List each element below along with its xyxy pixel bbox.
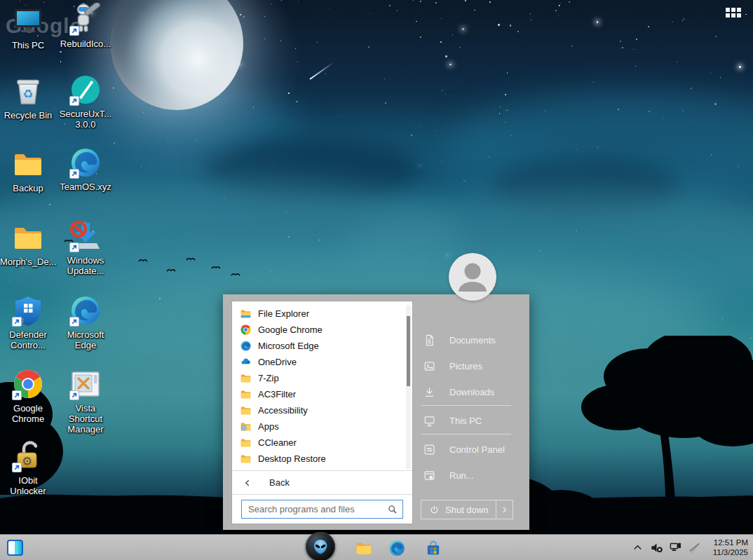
back-button[interactable]: Back	[232, 471, 412, 494]
file-explorer-icon	[240, 308, 252, 320]
store-bag-icon	[424, 539, 442, 557]
shortcut-arrow-icon	[69, 96, 79, 106]
desktop-icon-morphs-desktop[interactable]: Morph's_De...	[0, 221, 56, 267]
apps-folder-icon	[240, 421, 252, 432]
network-icon[interactable]	[669, 541, 682, 554]
desktop-icon-label: Recycle Bin	[0, 110, 56, 121]
person-icon	[449, 253, 496, 301]
taskbar-file-explorer[interactable]	[355, 539, 373, 557]
onedrive-icon	[240, 356, 252, 368]
folder-icon	[240, 404, 252, 416]
search-box	[241, 500, 403, 519]
desktop-icon-label: RebuildIco...	[57, 39, 114, 49]
menu-item-control-panel[interactable]: Control Panel	[414, 440, 526, 458]
shortcut-arrow-icon	[69, 390, 79, 400]
clock[interactable]: 12:51 PM 11/3/2025	[713, 538, 748, 557]
divider	[421, 434, 511, 435]
menu-item-file-explorer[interactable]: File Explorer	[232, 306, 412, 322]
menu-item-run[interactable]: Run...	[414, 466, 526, 484]
menu-item-ccleaner[interactable]: CCleaner	[232, 435, 412, 451]
scrollbar-thumb[interactable]	[407, 316, 410, 386]
menu-item-microsoft-edge[interactable]: Microsoft Edge	[232, 338, 412, 354]
desktop: Google	[0, 0, 753, 560]
shortcut-arrow-icon	[69, 243, 79, 252]
desktop-icon-microsoft-edge[interactable]: MicrosoftEdge	[57, 294, 114, 350]
shutdown-options-arrow[interactable]	[496, 500, 513, 519]
menu-item-google-chrome[interactable]: Google Chrome	[232, 322, 412, 338]
menu-item-ac3filter[interactable]: AC3Filter	[232, 386, 412, 402]
shortcut-arrow-icon	[12, 390, 22, 400]
desktop-icon-label: Morph's_De...	[0, 257, 56, 267]
shortcut-arrow-icon	[69, 317, 79, 327]
start-orb-button[interactable]	[306, 532, 335, 560]
desktop-icon-label: This PC	[0, 40, 56, 50]
shortcut-arrow-icon	[69, 26, 79, 36]
this-pc-icon	[11, 4, 45, 38]
folder-icon	[240, 437, 252, 449]
search-icon[interactable]	[387, 504, 398, 515]
desktop-icon-secureux[interactable]: SecureUxT...3.0.0	[57, 73, 114, 130]
alien-icon	[312, 538, 329, 555]
desktop-icon-label: MicrosoftEdge	[57, 329, 114, 350]
shortcut-arrow-icon	[12, 463, 22, 472]
desktop-icon-vista-shortcut-manager[interactable]: Vista ShortcutManager	[57, 367, 114, 435]
user-avatar[interactable]	[449, 253, 496, 301]
shortcut-arrow-icon	[12, 317, 22, 327]
desktop-icon-teamos[interactable]: TeamOS.xyz	[57, 146, 114, 192]
desktop-icon-label: Vista ShortcutManager	[57, 403, 114, 435]
desktop-icon-label: DefenderContro...	[0, 329, 56, 350]
volume-muted-icon[interactable]	[650, 541, 663, 554]
search-row	[232, 495, 412, 524]
desktop-icon-this-pc[interactable]: This PC	[0, 4, 56, 50]
shortcut-arrow-icon	[69, 169, 79, 179]
menu-item-this-pc[interactable]: This PC	[414, 411, 526, 430]
desktop-icon-iobit-unlocker[interactable]: IObitUnlocker	[0, 439, 56, 496]
folder-icon	[240, 388, 252, 400]
folder-icon	[11, 147, 45, 181]
desktop-icon-windows-update[interactable]: WindowsUpdate...	[57, 219, 114, 276]
apps-grid-icon[interactable]	[726, 8, 741, 18]
desktop-icon-label: TeamOS.xyz	[57, 182, 114, 192]
desktop-icon-label: GoogleChrome	[0, 403, 56, 424]
folder-icon	[355, 539, 373, 557]
divider	[421, 405, 511, 406]
edge-icon	[388, 539, 406, 557]
desktop-icon-label: WindowsUpdate...	[57, 255, 114, 276]
desktop-icon-backup[interactable]: Backup	[0, 147, 56, 193]
scrollbar[interactable]	[406, 305, 411, 469]
start-menu-program-panel: File Explorer Google Chrome Microsoft Ed…	[231, 301, 413, 524]
taskbar-microsoft-store[interactable]	[424, 539, 442, 557]
menu-item-accessibility[interactable]: Accessibility	[232, 402, 412, 418]
chrome-icon	[240, 324, 252, 336]
menu-item-pictures[interactable]: Pictures	[414, 357, 526, 375]
taskbar: 12:51 PM 11/3/2025	[0, 534, 753, 560]
power-icon	[429, 505, 440, 515]
menu-item-apps[interactable]: Apps	[232, 418, 412, 435]
clock-time: 12:51 PM	[713, 538, 748, 547]
taskbar-microsoft-edge[interactable]	[388, 539, 406, 557]
menu-item-downloads[interactable]: Downloads	[414, 383, 526, 401]
start-menu: File Explorer Google Chrome Microsoft Ed…	[223, 294, 529, 530]
control-panel-icon	[423, 443, 436, 456]
search-input[interactable]	[242, 500, 402, 518]
program-list: File Explorer Google Chrome Microsoft Ed…	[232, 301, 412, 470]
menu-item-documents[interactable]: Documents	[414, 331, 526, 349]
recycle-bin-icon	[11, 74, 45, 108]
taskbar-window-button[interactable]	[7, 540, 23, 556]
pen-disabled-icon[interactable]	[688, 541, 701, 554]
menu-item-onedrive[interactable]: OneDrive	[232, 354, 412, 370]
menu-item-desktop-restore[interactable]: Desktop Restore	[232, 451, 412, 467]
tray-chevron-up-icon[interactable]	[631, 541, 644, 554]
desktop-icon-defender-control[interactable]: DefenderContro...	[0, 294, 56, 350]
desktop-icon-recycle-bin[interactable]: Recycle Bin	[0, 74, 56, 121]
menu-item-7-zip[interactable]: 7-Zip	[232, 370, 412, 386]
monitor-icon	[423, 414, 436, 428]
shutdown-button[interactable]: Shut down	[421, 500, 496, 519]
edge-icon	[240, 340, 252, 352]
document-icon	[423, 334, 436, 347]
chevron-left-icon	[243, 478, 252, 488]
folder-icon	[240, 372, 252, 384]
desktop-icon-rebuildicon[interactable]: RebuildIco...	[57, 3, 114, 49]
desktop-icon-google-chrome[interactable]: GoogleChrome	[0, 367, 56, 424]
desktop-icon-label: Backup	[0, 183, 56, 193]
